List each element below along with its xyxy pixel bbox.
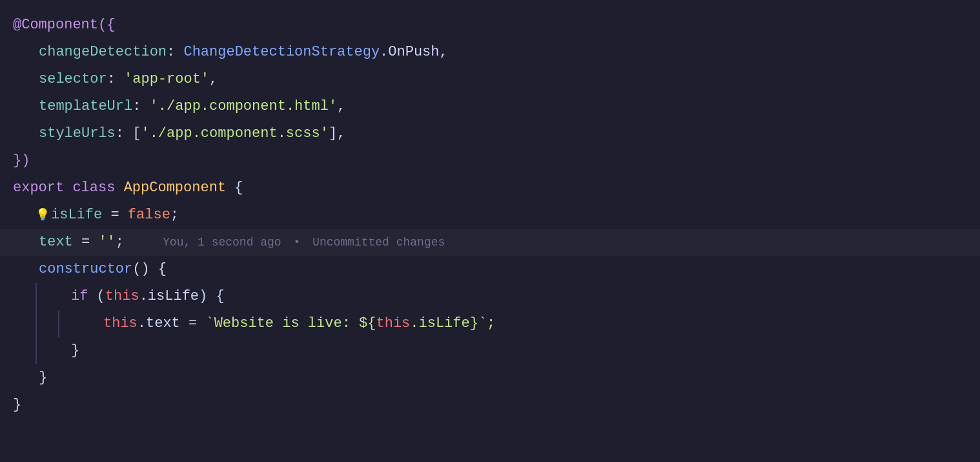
token-dot-value: .OnPush, — [380, 41, 448, 63]
token-empty-string: '' — [98, 231, 115, 253]
code-line-12: this.text = `Website is live: ${this.isL… — [0, 310, 980, 337]
token-comma: , — [209, 68, 218, 90]
token-if: if — [71, 285, 97, 308]
token-keyword-class: class — [72, 176, 123, 199]
token-property-text: text — [39, 231, 73, 253]
token-dot-text: .text = — [138, 312, 206, 335]
indent-guide-4 — [36, 337, 37, 364]
code-line-14: } — [0, 364, 980, 392]
token-string: './app.component.scss' — [141, 122, 328, 145]
token-paren-open: ( — [97, 285, 105, 308]
code-line-10: constructor() { — [0, 256, 980, 283]
token-string: 'app-root' — [124, 68, 209, 90]
token-keyword-export: export — [13, 176, 72, 199]
token-this-3: this — [376, 312, 410, 335]
token-string: './app.component.html' — [150, 95, 337, 118]
token-brace-close-3: } — [13, 394, 21, 416]
code-line-7: export class AppComponent { — [0, 174, 980, 202]
token-colon: : — [107, 68, 124, 90]
code-line-5: styleUrls: ['./app.component.scss'], — [0, 120, 980, 147]
code-line-1: @Component({ — [0, 12, 980, 39]
token-brace-close-2: } — [39, 366, 47, 389]
token-colon: : [ — [116, 122, 141, 145]
code-line-6: }) — [0, 147, 980, 174]
token-brace: }) — [13, 149, 30, 172]
token-property-islife: isLife — [51, 204, 102, 226]
token-semi-2: ; — [116, 231, 124, 253]
token-template-start: `Website is live: ${ — [205, 312, 376, 335]
indent-guide-1 — [36, 283, 37, 310]
indent-guide-2 — [36, 310, 37, 337]
lightbulb-icon: 💡 — [36, 206, 50, 225]
token-brace-close-1: } — [71, 339, 79, 362]
indent-guide-3 — [58, 310, 59, 337]
code-line-4: templateUrl: './app.component.html', — [0, 93, 980, 120]
token-class-name: ChangeDetectionStrategy — [183, 41, 380, 63]
code-line-9: text = ''; You, 1 second ago • Uncommitt… — [0, 229, 980, 256]
token-template-close: `; — [478, 312, 495, 335]
code-editor: @Component({ changeDetection: ChangeDete… — [0, 0, 980, 462]
token-decorator: @Component({ — [13, 14, 115, 36]
token-brace-open: { — [234, 176, 243, 199]
token-key: selector — [39, 68, 107, 90]
code-line-3: selector: 'app-root', — [0, 66, 980, 93]
token-dot-islife: .isLife) { — [139, 285, 225, 308]
token-equals-2: = — [73, 231, 99, 253]
token-template-end: .isLife} — [410, 312, 478, 335]
git-blame-text: You, 1 second ago • Uncommitted changes — [163, 233, 445, 252]
token-class-name-app: AppComponent — [124, 176, 235, 199]
token-key: styleUrls — [39, 122, 116, 145]
token-semi: ; — [170, 204, 179, 226]
token-paren-brace: () { — [132, 258, 167, 280]
token-key: changeDetection — [39, 41, 167, 63]
code-line-2: changeDetection: ChangeDetectionStrategy… — [0, 39, 980, 66]
token-colon: : — [132, 95, 149, 118]
token-colon: : — [167, 41, 183, 63]
token-comma: , — [337, 95, 345, 118]
git-blame-dot: • — [293, 236, 300, 249]
code-line-8: 💡isLife = false; — [0, 202, 980, 229]
code-line-13: } — [0, 337, 980, 364]
token-key: templateUrl — [39, 95, 132, 118]
token-boolean: false — [128, 204, 170, 226]
token-this-2: this — [103, 312, 138, 335]
token-this-1: this — [105, 285, 139, 308]
token-constructor: constructor — [39, 258, 132, 280]
token-bracket: ], — [329, 122, 345, 145]
token-equals: = — [102, 204, 128, 226]
code-line-15: } — [0, 392, 980, 419]
code-line-11: if (this.isLife) { — [0, 283, 980, 310]
